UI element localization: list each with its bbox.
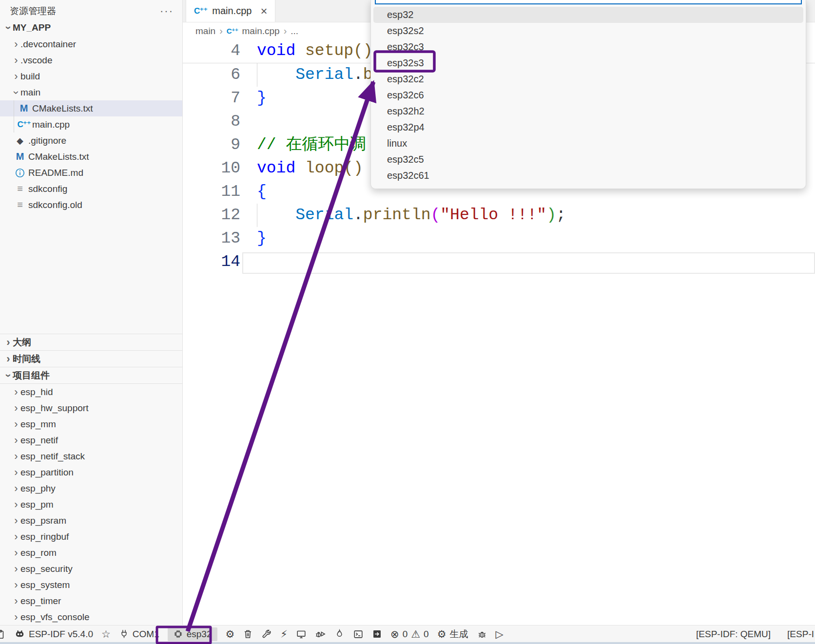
- section-project-components[interactable]: › 项目组件: [0, 367, 182, 384]
- line-number: 13: [183, 227, 240, 250]
- component-item[interactable]: ›esp_pm: [0, 496, 182, 512]
- config-file-icon: ≡: [14, 183, 26, 194]
- code-token: println: [363, 206, 431, 224]
- quick-pick-item-esp32h2[interactable]: esp32h2: [373, 103, 803, 119]
- code-token: {: [257, 183, 267, 201]
- code-token: .: [353, 206, 363, 224]
- component-item[interactable]: ›esp_vfs_console: [0, 609, 182, 625]
- component-item[interactable]: ›esp_psram: [0, 512, 182, 529]
- quick-pick-item-esp32c2[interactable]: esp32c2: [373, 71, 803, 87]
- quick-pick-label: esp32c2: [387, 74, 424, 85]
- quick-pick-item-esp32c6[interactable]: esp32c6: [373, 87, 803, 103]
- quick-pick-item-esp32p4[interactable]: esp32p4: [373, 119, 803, 135]
- status-qemu-label[interactable]: [ESP-IDF: QEMU]: [696, 629, 771, 640]
- git-file-icon: ◆: [14, 135, 26, 146]
- component-label: esp_mm: [20, 419, 56, 430]
- chevron-right-icon: ›: [12, 56, 20, 65]
- build-gear-icon: ⚙: [437, 629, 446, 639]
- component-item[interactable]: ›esp_netif: [0, 432, 182, 448]
- section-outline[interactable]: › 大纲: [0, 334, 182, 350]
- chevron-right-icon: ›: [12, 452, 20, 461]
- play-icon[interactable]: ▷: [496, 629, 504, 639]
- config-file-icon: ≡: [14, 199, 26, 210]
- tab-label: main.cpp: [212, 5, 252, 17]
- tab-main-cpp[interactable]: C⁺⁺ main.cpp ×: [186, 0, 275, 22]
- quick-pick-item-linux[interactable]: linux: [373, 135, 803, 152]
- terminal-icon[interactable]: [353, 629, 364, 640]
- component-item[interactable]: ›esp_hw_support: [0, 400, 182, 416]
- esp-idf-version-button[interactable]: ESP-IDF v5.4.0: [14, 628, 93, 640]
- tree-item-vscode[interactable]: › .vscode: [0, 52, 182, 68]
- bug-icon[interactable]: [477, 629, 487, 640]
- breadcrumb-file[interactable]: main.cpp: [242, 26, 280, 37]
- quick-pick-input[interactable]: [375, 0, 802, 4]
- export-icon[interactable]: [372, 629, 382, 639]
- tree-item-label: sdkconfig.old: [28, 200, 82, 210]
- tree-item-sdkconfig[interactable]: ≡ sdkconfig: [0, 181, 182, 197]
- component-item[interactable]: ›esp_timer: [0, 593, 182, 609]
- indent-guide: [257, 204, 257, 227]
- tree-item-main-folder[interactable]: › main: [0, 84, 182, 100]
- tree-item-sdkconfig-old[interactable]: ≡ sdkconfig.old: [0, 197, 182, 213]
- tree-item-root-cmakelists[interactable]: M CMakeLists.txt: [0, 149, 182, 165]
- breadcrumb-main[interactable]: main: [195, 26, 215, 37]
- status-espidf-label-clipped[interactable]: [ESP-I: [787, 629, 814, 640]
- component-item[interactable]: ›esp_hid: [0, 384, 182, 400]
- lightning-icon[interactable]: ⚡: [280, 629, 288, 639]
- tree-item-main-cmakelists[interactable]: M CMakeLists.txt: [0, 100, 182, 116]
- gear-icon[interactable]: ⚙: [226, 629, 235, 639]
- window-bottom-edge: [0, 642, 815, 644]
- quick-pick-item-esp32c3[interactable]: esp32c3: [373, 39, 803, 55]
- component-label: esp_netif: [20, 435, 58, 446]
- set-target-button[interactable]: esp32: [168, 627, 217, 641]
- debug-start-icon[interactable]: [315, 628, 326, 640]
- serial-port-button[interactable]: COM1: [119, 629, 159, 640]
- status-bar: ESP-IDF v5.4.0 ☆ COM1 esp32 ⚙ ⚡: [0, 625, 815, 643]
- tree-item-main-cpp[interactable]: C⁺⁺ main.cpp: [0, 116, 182, 133]
- quick-pick-item-esp32s3[interactable]: esp32s3: [373, 55, 803, 71]
- full-clean-button[interactable]: [243, 629, 253, 639]
- quick-pick-item-esp32[interactable]: esp32: [373, 7, 803, 23]
- chevron-right-icon: ›: [12, 549, 20, 557]
- component-item[interactable]: ›esp_netif_stack: [0, 448, 182, 464]
- esp-idf-version-label: ESP-IDF v5.4.0: [29, 629, 93, 640]
- quick-pick-item-esp32c61[interactable]: esp32c61: [373, 168, 803, 184]
- chevron-down-icon: ›: [12, 88, 20, 97]
- tree-item-gitignore[interactable]: ◆ .gitignore: [0, 133, 182, 149]
- chevron-right-icon: ›: [12, 388, 20, 397]
- monitor-icon[interactable]: [296, 629, 307, 640]
- workspace-root-row[interactable]: › MY_APP: [0, 19, 182, 36]
- problems-button[interactable]: ⊗ 0 ⚠ 0: [390, 629, 429, 640]
- chip-icon: [173, 629, 183, 639]
- quick-pick-item-esp32c5[interactable]: esp32c5: [373, 152, 803, 168]
- star-icon[interactable]: ☆: [101, 629, 111, 639]
- build-button[interactable]: ⚙ 生成: [437, 628, 468, 641]
- clipboard-icon[interactable]: [0, 629, 6, 640]
- quick-pick-list: esp32 esp32s2 esp32c3 esp32s3 esp32c2 es…: [371, 4, 806, 184]
- chevron-right-icon: ›: [12, 613, 20, 622]
- component-item[interactable]: ›esp_mm: [0, 416, 182, 432]
- component-item[interactable]: ›esp_phy: [0, 480, 182, 496]
- error-icon: ⊗: [390, 629, 399, 639]
- tree-item-readme[interactable]: README.md: [0, 165, 182, 181]
- section-timeline[interactable]: › 时间线: [0, 350, 182, 367]
- explorer-more-actions-icon[interactable]: ···: [160, 9, 174, 14]
- component-item[interactable]: ›esp_system: [0, 577, 182, 593]
- breadcrumb-symbol[interactable]: ...: [291, 26, 298, 37]
- wrench-icon[interactable]: [261, 629, 272, 640]
- quick-pick-label: esp32c61: [387, 170, 429, 181]
- component-label: esp_timer: [20, 596, 61, 606]
- chevron-right-icon: ›: [12, 597, 20, 606]
- component-item[interactable]: ›esp_partition: [0, 464, 182, 480]
- tree-item-devcontainer[interactable]: › .devcontainer: [0, 36, 182, 52]
- close-icon[interactable]: ×: [260, 4, 267, 18]
- build-label: 生成: [450, 628, 468, 641]
- quick-pick-label: linux: [387, 138, 407, 149]
- component-label: esp_hid: [20, 387, 53, 398]
- component-item[interactable]: ›esp_ringbuf: [0, 529, 182, 545]
- quick-pick-item-esp32s2[interactable]: esp32s2: [373, 23, 803, 39]
- component-item[interactable]: ›esp_security: [0, 561, 182, 577]
- tree-item-build[interactable]: › build: [0, 68, 182, 84]
- component-item[interactable]: ›esp_rom: [0, 545, 182, 561]
- flame-icon[interactable]: [334, 629, 345, 639]
